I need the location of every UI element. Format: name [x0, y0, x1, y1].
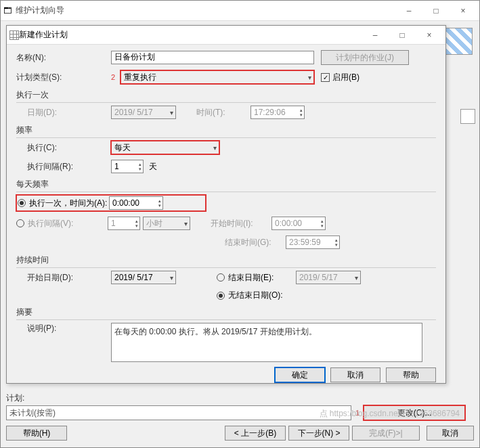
once-date-picker: 2019/ 5/17 — [111, 106, 176, 119]
end-date-label: 结束日期(E): — [228, 272, 296, 284]
desc-textarea[interactable]: 在每天的 0:00:00 执行。将从 2019/5/17 开始使用计划。 — [111, 323, 422, 362]
enable-checkbox[interactable]: ✓ — [321, 73, 330, 82]
outer-close-button[interactable]: × — [450, 1, 477, 20]
dialog-min-button[interactable]: – — [362, 26, 389, 45]
interval-label: 执行间隔(R): — [16, 161, 111, 173]
once-time-spinner[interactable]: 0:00:00 — [109, 196, 163, 210]
once-date-label: 日期(D): — [16, 107, 111, 118]
no-end-radio[interactable] — [217, 292, 225, 300]
schedule-dialog: 新建作业计划 – □ × 名称(N): 日备份计划 计划中的作业(J) 计划类型… — [6, 25, 446, 384]
end-date-radio[interactable] — [217, 273, 225, 282]
type-label: 计划类型(S): — [16, 72, 111, 83]
end-date-picker: 2019/ 5/17 — [296, 271, 361, 284]
jobs-in-schedule-button: 计划中的作业(J) — [321, 50, 409, 65]
dialog-close-button[interactable]: × — [416, 26, 443, 45]
once-radio[interactable] — [18, 199, 26, 207]
desc-label: 说明(P): — [16, 323, 111, 334]
once-time-label: 时间(T): — [196, 107, 250, 118]
once-group: 执行一次 — [16, 89, 436, 103]
start-date-picker[interactable]: 2019/ 5/17 — [111, 271, 176, 284]
plan-label: 计划: — [6, 393, 474, 404]
side-button[interactable] — [460, 109, 475, 124]
annotation-1: 1 — [355, 409, 359, 417]
wizard-icon: 🗔 — [3, 6, 12, 16]
daily-unit-select: 小时 — [143, 217, 190, 230]
outer-title: 维护计划向导 — [16, 5, 64, 16]
once-at-label: 执行一次，时间为(A): — [29, 198, 109, 209]
outer-window: 🗔 维护计划向导 – □ × 新建作业计划 – □ × 名称(N): 日备份计划… — [0, 0, 480, 448]
ok-button[interactable]: 确定 — [275, 367, 325, 382]
summary-group: 摘要 — [16, 307, 436, 320]
duration-group: 持续时间 — [16, 254, 436, 268]
wizard-help-button[interactable]: 帮助(H) — [6, 426, 67, 441]
change-button[interactable]: 更改(C)... — [364, 405, 465, 420]
interval-unit: 天 — [149, 161, 157, 173]
start-date-label: 开始日期(D): — [16, 272, 111, 284]
type-select[interactable]: 重复执行 — [121, 70, 314, 84]
annotation-2: 2 — [111, 73, 121, 81]
daily-group: 每天频率 — [16, 179, 436, 192]
once-time-picker: 17:29:06 — [250, 106, 305, 119]
wizard-banner-icon — [445, 28, 473, 55]
name-label: 名称(N): — [16, 52, 111, 64]
outer-max-button[interactable]: □ — [422, 1, 450, 20]
cancel-button[interactable]: 取消 — [330, 367, 380, 382]
daily-interval-label: 执行间隔(V): — [28, 218, 108, 229]
exec-label: 执行(C): — [16, 142, 111, 154]
name-input[interactable]: 日备份计划 — [111, 51, 314, 64]
start-time-spinner: 0:00:00 — [271, 217, 326, 230]
outer-min-button[interactable]: – — [395, 1, 422, 20]
plan-display: 未计划(按需) — [6, 405, 351, 420]
enable-label: 启用(B) — [332, 72, 359, 83]
next-button[interactable]: 下一步(N) > — [288, 426, 349, 441]
end-time-label: 结束时间(G): — [225, 237, 286, 248]
calendar-icon — [9, 30, 19, 40]
freq-group: 频率 — [16, 125, 436, 138]
finish-button: 完成(F)>| — [352, 426, 420, 441]
dialog-titlebar: 新建作业计划 – □ × — [7, 26, 445, 45]
no-end-label: 无结束日期(O): — [228, 290, 283, 301]
start-time-label: 开始时间(I): — [211, 218, 271, 229]
dialog-max-button[interactable]: □ — [389, 26, 416, 45]
outer-titlebar: 🗔 维护计划向导 – □ × — [1, 1, 479, 21]
help-button[interactable]: 帮助 — [386, 367, 436, 382]
daily-interval-spinner: 1 — [108, 217, 140, 230]
prev-button[interactable]: < 上一步(B) — [225, 426, 286, 441]
dialog-title: 新建作业计划 — [19, 29, 68, 41]
interval-radio[interactable] — [16, 219, 24, 227]
wizard-cancel-button[interactable]: 取消 — [427, 426, 474, 441]
interval-spinner[interactable]: 1 — [111, 160, 144, 173]
exec-select[interactable]: 每天 — [111, 141, 219, 154]
end-time-spinner: 23:59:59 — [286, 236, 340, 249]
